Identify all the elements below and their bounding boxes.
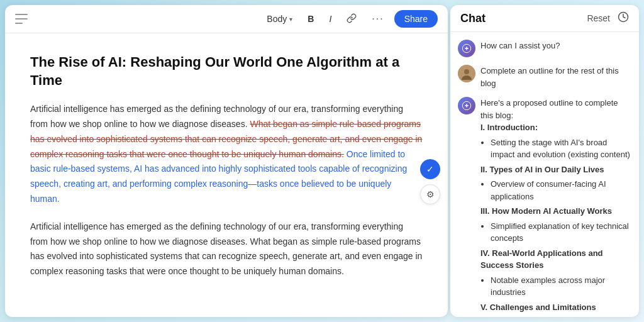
chat-panel: Chat Reset How can I assist you? [450, 5, 639, 317]
history-icon[interactable] [618, 11, 629, 25]
more-options-button[interactable]: ··· [367, 11, 389, 27]
body-style-dropdown[interactable]: Body ▾ [262, 11, 297, 26]
accept-changes-button[interactable]: ✓ [420, 159, 440, 179]
outline-bullets-4: Notable examples across major industries [480, 274, 631, 299]
outline-bullets-3: Simplified explanation of key technical … [480, 220, 631, 245]
editor-container: Body ▾ B I ··· Share The Rise of AI: Res… [5, 5, 448, 317]
ai-avatar-2 [458, 97, 475, 114]
paragraph-1: Artificial intelligence has emerged as t… [30, 102, 423, 207]
italic-button[interactable]: I [324, 11, 336, 26]
chat-message-1: How can I assist you? [458, 40, 631, 57]
link-button[interactable] [341, 11, 362, 28]
chat-message-2: Complete an outline for the rest of this… [458, 65, 631, 89]
chat-message-3: Here's a proposed outline to complete th… [458, 97, 631, 316]
outline-bullet-1-1: Setting the stage with AI's broad impact… [491, 136, 631, 161]
body-style-label: Body [267, 14, 287, 24]
outline-section-5: V. Challenges and Limitations [480, 301, 631, 314]
toolbar: Body ▾ B I ··· Share [5, 5, 448, 33]
sidebar-toggle-btn[interactable] [15, 14, 28, 24]
outline-section-3: III. How Modern AI Actually Works Simpli… [480, 205, 631, 245]
paragraph-2: Artificial intelligence has emerged as t… [30, 219, 423, 279]
editor-content: The Rise of AI: Reshaping Our World One … [5, 33, 448, 317]
chevron-down-icon: ▾ [289, 16, 292, 23]
reset-button[interactable]: Reset [587, 13, 610, 23]
svg-point-3 [464, 69, 469, 74]
outline-bullet-3-1: Simplified explanation of key technical … [491, 220, 631, 245]
chat-header-actions: Reset [587, 11, 629, 25]
chat-header: Chat Reset [450, 5, 639, 32]
ai-message-1-text: How can I assist you? [480, 40, 631, 52]
outline-bullet-2-1: Overview of consumer-facing AI applicati… [491, 178, 631, 203]
bold-button[interactable]: B [303, 11, 319, 26]
settings-float-button[interactable]: ⚙ [420, 184, 440, 204]
ai-avatar-1 [458, 40, 475, 57]
outline-bullet-4-1: Notable examples across major industries [491, 274, 631, 299]
ai-message-2-text: Here's a proposed outline to complete th… [480, 97, 631, 316]
outline-section-2: II. Types of AI in Our Daily Lives Overv… [480, 164, 631, 203]
document-title: The Rise of AI: Reshaping Our World One … [30, 53, 423, 89]
chat-title: Chat [460, 12, 486, 25]
share-button[interactable]: Share [394, 10, 438, 28]
outline-section-1: I. Introduction: Setting the stage with … [480, 121, 631, 161]
outline-bullets-1: Setting the stage with AI's broad impact… [480, 136, 631, 161]
outline-section-4: IV. Real-World Applications and Success … [480, 247, 631, 299]
user-avatar [458, 65, 475, 82]
chat-messages: How can I assist you? Complete an outlin… [450, 32, 639, 317]
user-message-text: Complete an outline for the rest of this… [480, 65, 631, 89]
floating-action-buttons: ✓ ⚙ [420, 159, 440, 204]
outline-bullets-2: Overview of consumer-facing AI applicati… [480, 178, 631, 203]
